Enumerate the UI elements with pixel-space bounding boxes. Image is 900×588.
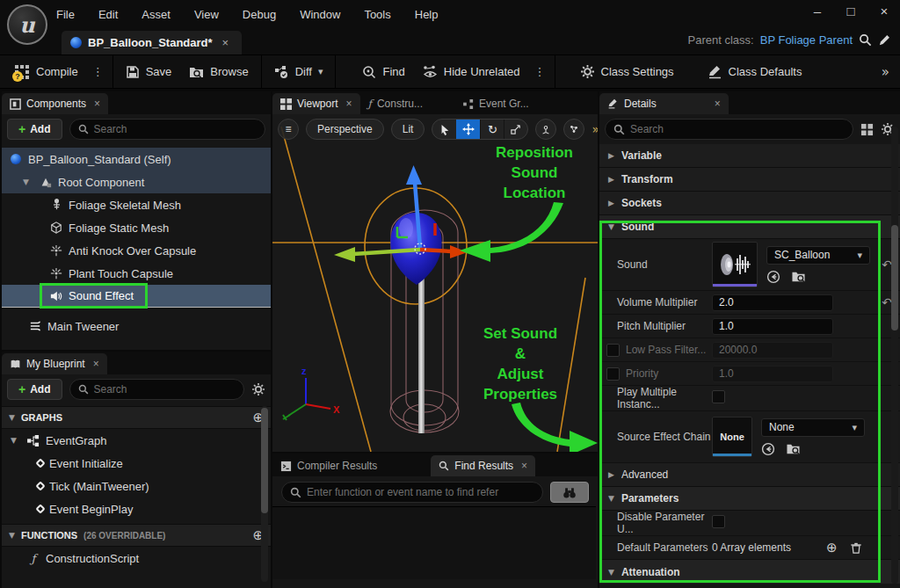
save-button[interactable]: Save — [117, 55, 181, 88]
my-blueprint-tab-close-icon[interactable]: × — [93, 358, 99, 370]
compile-options-icon[interactable]: ⋮ — [87, 65, 109, 78]
find-results-tab[interactable]: Find Results × — [431, 455, 535, 476]
clear-array-icon[interactable] — [850, 541, 862, 555]
expander-icon[interactable]: ▼ — [11, 436, 21, 445]
browse-to-asset-icon[interactable] — [791, 270, 806, 283]
search-parent-icon[interactable] — [859, 33, 872, 47]
section-attenuation[interactable]: ▼ Attenuation — [599, 560, 900, 584]
menu-asset[interactable]: Asset — [142, 8, 171, 21]
snap-settings-button[interactable] — [563, 119, 584, 140]
menu-debug[interactable]: Debug — [243, 8, 276, 21]
tree-item-foliage-static-mesh[interactable]: Foliage Static Mesh — [2, 216, 271, 239]
tree-item-event-initialize[interactable]: Event Initialize — [2, 452, 271, 475]
edit-parent-icon[interactable] — [878, 33, 891, 47]
low-pass-filter-input[interactable] — [712, 342, 833, 359]
compiler-results-tab[interactable]: Compiler Results — [272, 455, 385, 476]
low-pass-filter-checkbox[interactable] — [606, 344, 620, 357]
viewport-tab[interactable]: Viewport × — [272, 93, 360, 114]
tree-item-tick-maintweener[interactable]: Tick (MainTweener) — [2, 475, 271, 497]
scale-tool-button[interactable] — [504, 120, 527, 139]
class-settings-button[interactable]: Class Settings — [571, 55, 683, 88]
asset-tab-close-icon[interactable]: × — [222, 36, 229, 49]
my-blueprint-scrollbar[interactable] — [261, 406, 268, 582]
compile-button[interactable]: ? Compile — [5, 55, 87, 88]
minimize-button[interactable]: – — [809, 4, 826, 18]
menu-window[interactable]: Window — [300, 8, 340, 21]
lit-mode-selector[interactable]: Lit — [391, 119, 425, 140]
viewport-toolbar-overflow-icon[interactable]: » — [592, 122, 598, 136]
tree-item-foliage-skeletal-mesh[interactable]: Foliage Skeletal Mesh — [2, 193, 271, 216]
use-selected-asset-icon[interactable] — [766, 270, 780, 284]
tree-item-root-component[interactable]: ▼ Root Component — [2, 171, 271, 193]
expander-icon[interactable]: ▼ — [23, 178, 33, 186]
event-graph-tab[interactable]: Event Gr... — [455, 93, 537, 114]
rotate-tool-button[interactable]: ↻ — [480, 120, 504, 139]
details-search-input[interactable] — [630, 123, 845, 135]
browse-button[interactable]: Browse — [180, 55, 257, 88]
sound-asset-thumbnail[interactable] — [712, 242, 758, 287]
tree-item-self[interactable]: BP_Balloon_Standard (Self) — [2, 148, 271, 171]
menu-help[interactable]: Help — [415, 8, 439, 21]
menu-edit[interactable]: Edit — [98, 8, 118, 21]
maximize-button[interactable]: □ — [842, 4, 860, 18]
add-array-element-icon[interactable]: ⊕ — [826, 540, 838, 555]
find-results-close-icon[interactable]: × — [521, 460, 527, 472]
components-tab-close-icon[interactable]: × — [94, 98, 100, 110]
menu-file[interactable]: File — [56, 8, 75, 21]
hide-unrelated-button[interactable]: Hide Unrelated — [414, 55, 529, 88]
toolbar-overflow-icon[interactable]: » — [882, 64, 900, 80]
priority-checkbox[interactable] — [606, 367, 620, 381]
section-parameters[interactable]: ▼ Parameters — [599, 487, 900, 511]
move-tool-button[interactable] — [456, 120, 480, 139]
menu-tools[interactable]: Tools — [364, 8, 390, 21]
volume-multiplier-input[interactable] — [712, 294, 833, 311]
tree-item-anti-knock-over-capsule[interactable]: Anti Knock Over Capsule — [2, 239, 271, 262]
my-blueprint-settings-icon[interactable] — [251, 382, 265, 396]
my-blueprint-add-button[interactable]: + Add — [7, 379, 62, 400]
perspective-selector[interactable]: Perspective — [306, 119, 384, 140]
tree-item-eventgraph[interactable]: ▼ EventGraph — [2, 429, 271, 452]
use-selected-asset-icon[interactable] — [761, 442, 775, 456]
pitch-multiplier-input[interactable] — [712, 318, 833, 335]
my-blueprint-tab[interactable]: My Blueprint × — [2, 353, 107, 374]
select-tool-button[interactable] — [432, 120, 456, 139]
sound-asset-dropdown[interactable]: SC_Balloon ▾ — [766, 246, 870, 265]
tree-item-constructionscript[interactable]: ƒ ConstructionScript — [2, 547, 271, 570]
parent-class-link[interactable]: BP Foliage Parent — [760, 33, 853, 47]
components-add-button[interactable]: + Add — [7, 119, 62, 140]
source-effect-chain-thumbnail[interactable]: None — [712, 417, 752, 457]
graphs-section-header[interactable]: ▼ GRAPHS ⊕ — [2, 406, 271, 429]
menu-view[interactable]: View — [194, 8, 219, 21]
source-effect-chain-dropdown[interactable]: None ▾ — [761, 418, 865, 437]
components-search[interactable] — [69, 119, 265, 140]
details-tab-close-icon[interactable]: × — [715, 98, 721, 110]
disable-parameter-checkbox[interactable] — [712, 515, 725, 528]
section-variable[interactable]: ▶ Variable — [599, 144, 900, 168]
components-tab[interactable]: Components × — [2, 93, 108, 114]
section-sockets[interactable]: ▶ Sockets — [599, 192, 900, 215]
construction-script-tab[interactable]: ƒ Constru... — [360, 93, 431, 114]
class-defaults-button[interactable]: Class Defaults — [699, 55, 811, 88]
details-scrollbar[interactable] — [891, 127, 898, 584]
tree-item-event-beginplay[interactable]: Event BeginPlay — [2, 497, 271, 520]
tree-item-plant-touch-capsule[interactable]: Plant Touch Capsule — [2, 262, 271, 285]
find-in-blueprints-button[interactable] — [550, 482, 589, 503]
tree-item-sound-effect[interactable]: Sound Effect — [2, 285, 271, 308]
find-button[interactable]: Find — [353, 55, 413, 88]
priority-input[interactable] — [712, 366, 833, 382]
property-matrix-icon[interactable] — [860, 123, 874, 136]
details-search[interactable] — [605, 119, 853, 140]
unreal-logo-icon[interactable]: u — [7, 4, 47, 45]
section-transform[interactable]: ▶ Transform — [599, 168, 900, 192]
my-blueprint-search-input[interactable] — [94, 383, 236, 396]
functions-section-header[interactable]: ▼ FUNCTIONS (26 OVERRIDABLE) ⊕ — [2, 524, 271, 547]
find-results-search-input[interactable] — [307, 486, 534, 498]
asset-tab[interactable]: BP_Balloon_Standard* × — [62, 31, 242, 54]
viewport-menu-icon[interactable]: ≡ — [278, 119, 299, 140]
viewport-tab-close-icon[interactable]: × — [345, 98, 352, 110]
section-advanced[interactable]: ▶ Advanced — [599, 463, 900, 487]
find-options-icon[interactable]: ⋮ — [529, 65, 551, 78]
collapse-icon[interactable]: ▼ — [9, 531, 15, 540]
details-tab[interactable]: Details × — [599, 93, 729, 114]
tree-item-main-tweener[interactable]: Main Tweener — [2, 315, 271, 338]
